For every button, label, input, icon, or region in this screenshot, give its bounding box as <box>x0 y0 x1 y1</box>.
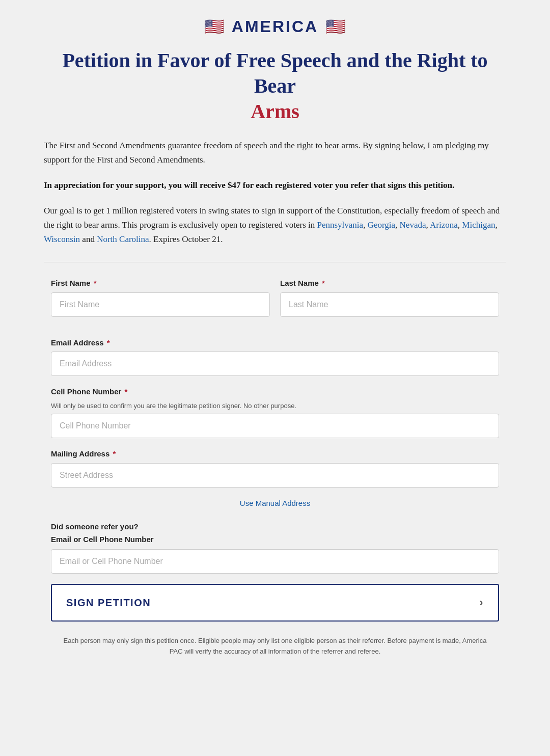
brand-name: AMERICA <box>232 14 318 39</box>
address-required: * <box>111 449 116 458</box>
state-wisconsin-link[interactable]: Wisconsin <box>44 234 80 244</box>
email-group: Email Address * <box>51 337 499 376</box>
last-name-label: Last Name * <box>280 278 499 289</box>
email-required: * <box>105 338 110 347</box>
state-georgia-link[interactable]: Georgia <box>368 220 395 230</box>
referral-title: Did someone refer you? <box>51 521 499 533</box>
flag-right-icon: 🇺🇸 <box>325 14 346 39</box>
section-divider <box>44 262 506 262</box>
referral-subtitle: Email or Cell Phone Number <box>51 534 499 546</box>
chevron-right-icon: › <box>479 596 484 609</box>
email-label: Email Address * <box>51 337 499 349</box>
first-name-required: * <box>92 279 97 287</box>
last-name-group: Last Name * <box>280 278 499 317</box>
phone-label: Cell Phone Number * <box>51 386 499 398</box>
flag-left-icon: 🇺🇸 <box>204 14 225 39</box>
referral-input[interactable] <box>51 549 499 574</box>
last-name-input[interactable] <box>280 292 499 317</box>
address-label: Mailing Address * <box>51 448 499 460</box>
phone-sublabel: Will only be used to confirm you are the… <box>51 401 499 411</box>
phone-group: Cell Phone Number * Will only be used to… <box>51 386 499 438</box>
address-input[interactable] <box>51 463 499 488</box>
body-and-text: and <box>80 234 97 244</box>
first-name-group: First Name * <box>51 278 270 317</box>
body-suffix: . Expires October 21. <box>149 234 223 244</box>
address-group: Mailing Address * <box>51 448 499 488</box>
callout-paragraph: In appreciation for your support, you wi… <box>44 178 506 193</box>
phone-required: * <box>122 387 127 396</box>
header: 🇺🇸 AMERICA 🇺🇸 <box>44 0 506 48</box>
body-paragraph: Our goal is to get 1 million registered … <box>44 204 506 247</box>
name-row: First Name * Last Name * <box>51 278 499 327</box>
phone-input[interactable] <box>51 414 499 438</box>
state-nevada-link[interactable]: Nevada <box>400 220 426 230</box>
manual-address-link[interactable]: Use Manual Address <box>51 498 499 509</box>
footer-disclaimer: Each person may only sign this petition … <box>51 636 499 657</box>
state-michigan-link[interactable]: Michigan <box>462 220 495 230</box>
title-line1: Petition in Favor of Free Speech and the… <box>62 49 487 97</box>
title-line2: Arms <box>251 100 299 123</box>
first-name-input[interactable] <box>51 292 270 317</box>
page-title: Petition in Favor of Free Speech and the… <box>44 48 506 124</box>
intro-paragraph: The First and Second Amendments guarante… <box>44 139 506 167</box>
last-name-required: * <box>320 279 325 287</box>
email-input[interactable] <box>51 352 499 376</box>
petition-form: First Name * Last Name * Email Address *… <box>44 278 506 657</box>
state-arizona-link[interactable]: Arizona <box>430 220 458 230</box>
referral-section: Did someone refer you? Email or Cell Pho… <box>51 521 499 574</box>
first-name-label: First Name * <box>51 278 270 289</box>
sign-petition-button[interactable]: SIGN PETITION › <box>51 584 499 622</box>
state-north-carolina-link[interactable]: North Carolina <box>97 234 149 244</box>
state-pennsylvania-link[interactable]: Pennsylvania <box>317 220 363 230</box>
sign-petition-label: SIGN PETITION <box>66 597 151 609</box>
